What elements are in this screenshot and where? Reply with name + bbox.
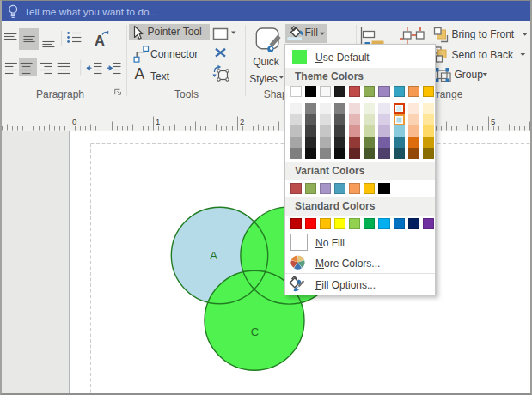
svg-text:2: 2 [240,117,244,126]
svg-text:0: 0 [72,117,76,126]
svg-text:5: 5 [491,117,495,126]
svg-text:A: A [95,33,105,48]
svg-text:A: A [135,65,145,82]
svg-text:1: 1 [156,117,160,126]
